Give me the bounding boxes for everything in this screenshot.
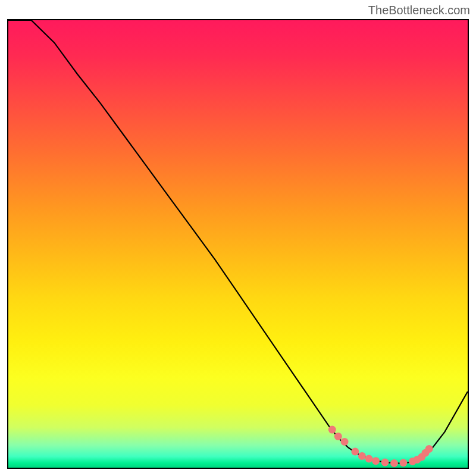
marker-dot — [425, 445, 433, 453]
marker-dot — [399, 459, 407, 466]
chart-plot-area — [7, 19, 469, 469]
chart-svg — [8, 20, 468, 468]
marker-dot — [334, 433, 342, 440]
marker-dot — [358, 452, 366, 460]
marker-dot — [341, 438, 349, 446]
marker-dot — [372, 457, 380, 465]
marker-dot — [390, 459, 398, 467]
marker-dot — [328, 426, 336, 434]
watermark-text: TheBottleneck.com — [368, 4, 470, 17]
bottleneck-curve-line — [8, 20, 468, 463]
marker-dot — [381, 459, 389, 466]
marker-dot — [351, 447, 359, 455]
marker-dot — [365, 455, 373, 462]
